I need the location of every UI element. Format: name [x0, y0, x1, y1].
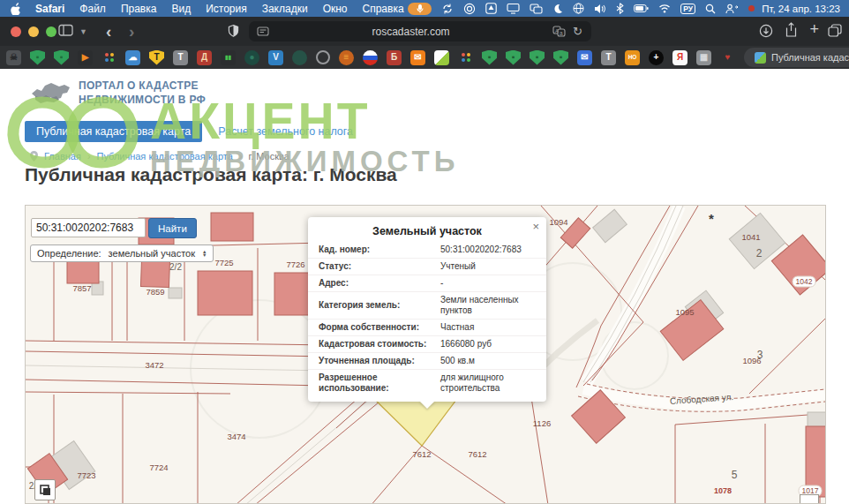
bookmark-mail-orange-icon[interactable]: ✉ — [410, 50, 425, 65]
active-tab-pill[interactable]: Публичная кадастр... — [744, 48, 849, 67]
close-window-button[interactable] — [11, 26, 21, 37]
dictation-mic-icon[interactable] — [408, 3, 432, 15]
back-button[interactable]: ‹ — [106, 17, 111, 46]
screen-mirroring-icon[interactable] — [530, 2, 543, 16]
forward-button[interactable]: › — [129, 17, 134, 46]
bookmark-red-tile-2-icon[interactable]: Б — [387, 50, 402, 65]
field-label: Адрес: — [319, 278, 432, 289]
minimize-window-button[interactable] — [28, 26, 39, 37]
breadcrumb-link-1[interactable]: Публичная кадастровая карта — [97, 151, 233, 162]
menu-item-вид[interactable]: Вид — [171, 3, 191, 15]
bookmark-blue-v-icon[interactable]: V — [268, 50, 283, 65]
menu-bar-clock[interactable]: Пт, 24 апр. 13:23 — [762, 4, 849, 14]
user-switch-icon[interactable] — [725, 2, 739, 16]
bookmark-shield-outline-1-icon[interactable]: ▪ — [482, 50, 497, 65]
spotlight-search-icon[interactable] — [705, 2, 716, 16]
bookmark-target-black-icon[interactable]: + — [649, 50, 664, 65]
bookmark-shield-yellow-t-icon[interactable]: T — [149, 50, 164, 65]
menu-bar-items: SafariФайлПравкаВидИсторияЗакладкиОкноСп… — [35, 3, 404, 15]
bookmark-teal-oval-1-icon[interactable]: ● — [244, 50, 259, 65]
bookmark-shield-outline-2-icon[interactable]: ▪ — [506, 50, 521, 65]
bookmark-cloud-blue-icon[interactable]: ☁ — [125, 50, 140, 65]
menu-item-файл[interactable]: Файл — [79, 3, 106, 15]
notification-dot-icon[interactable] — [748, 2, 755, 16]
bookmark-flag-ru-icon[interactable] — [363, 50, 378, 65]
privacy-shield-icon[interactable] — [228, 24, 239, 38]
menu-item-окно[interactable]: Окно — [323, 3, 348, 15]
bookmark-arrow-orange-icon[interactable]: ▶ — [78, 50, 93, 65]
close-icon[interactable]: × — [532, 220, 539, 233]
popup-field-row: Разрешенное использование:для жилищного … — [308, 369, 546, 396]
chevron-down-icon[interactable]: ▼ — [79, 27, 87, 36]
downloads-icon[interactable] — [759, 24, 773, 38]
address-bar[interactable]: roscadaster.com aA ↻ — [249, 21, 591, 41]
url-text[interactable]: roscadaster.com — [269, 26, 552, 38]
menu-item-история[interactable]: История — [206, 3, 247, 15]
zoom-window-button[interactable] — [46, 26, 56, 37]
safari-toolbar: ▼ ‹ › roscadaster.com aA ↻ + — [0, 17, 849, 47]
map-label: 7612 — [412, 449, 431, 459]
new-tab-icon[interactable]: + — [809, 20, 819, 39]
apple-menu-icon[interactable] — [11, 3, 21, 15]
object-type-select[interactable]: Определение: земельный участок ▲▼ — [30, 244, 214, 262]
bookmark-grey-t-icon[interactable]: T — [173, 50, 188, 65]
bookmark-grey-ring-icon[interactable] — [316, 50, 330, 64]
menu-item-safari[interactable]: Safari — [35, 3, 64, 15]
tab-land-tax-calc[interactable]: Расчет земельного налога — [202, 121, 369, 142]
knot-icon[interactable] — [463, 2, 476, 16]
bookmark-ho-orange-icon[interactable]: НО — [625, 50, 640, 65]
bookmark-google-dots-icon[interactable] — [101, 50, 116, 65]
map-label: 2 — [756, 247, 763, 260]
sidebar-icon[interactable] — [58, 24, 74, 37]
bookmark-shield-outline-3-icon[interactable]: ▪ — [530, 50, 545, 65]
volume-icon[interactable] — [594, 2, 606, 16]
cadastral-number-input[interactable] — [31, 218, 146, 237]
page-title: Публичная кадастровая карта: г. Москва — [25, 164, 397, 185]
popup-title: Земельный участок — [308, 217, 546, 242]
bookmark-shield-green-2-icon[interactable]: ▪ — [54, 50, 69, 65]
display-icon[interactable] — [507, 2, 520, 16]
reload-icon[interactable]: ↻ — [573, 25, 582, 38]
bookmark-dots-cluster-icon[interactable] — [458, 50, 473, 65]
bookmark-skull-icon[interactable]: ☠ — [6, 50, 21, 65]
sync-icon[interactable] — [441, 2, 454, 16]
bookmark-heart-red-icon[interactable]: ♥ — [720, 50, 735, 65]
moon-focus-icon[interactable] — [552, 2, 563, 16]
bookmark-grey-t-2-icon[interactable]: T — [601, 50, 616, 65]
app-box-icon[interactable] — [485, 2, 497, 16]
bookmark-shield-green-1-icon[interactable]: ▪ — [30, 50, 45, 65]
map-layers-button[interactable] — [34, 479, 56, 500]
share-icon[interactable] — [785, 22, 798, 38]
wifi-icon[interactable] — [658, 2, 671, 16]
input-source-icon[interactable]: РУ — [680, 2, 695, 16]
bookmark-shield-outline-4-icon[interactable]: ▪ — [553, 50, 568, 65]
bookmark-grey-grid-icon[interactable]: ▦ — [696, 50, 711, 65]
bookmark-mail-blue-icon[interactable]: ✉ — [577, 50, 592, 65]
field-value: Учтеный — [432, 261, 476, 272]
translate-icon[interactable]: aA — [552, 26, 566, 37]
tab-overview-button[interactable] — [828, 24, 842, 37]
tab-favicon — [755, 52, 766, 64]
bookmark-green-bars-icon[interactable]: ▮▮ — [221, 50, 236, 65]
map-label: 1126 — [533, 418, 551, 428]
map-zoom-button[interactable] — [800, 494, 819, 504]
battery-icon[interactable] — [634, 2, 649, 16]
bookmark-teal-oval-2-icon[interactable] — [292, 50, 307, 65]
tab-overview-icon[interactable] — [257, 26, 269, 37]
bookmark-red-tile-icon[interactable]: Д — [197, 50, 212, 65]
hotspot-icon[interactable] — [573, 2, 584, 16]
map-label: 7859 — [146, 287, 164, 297]
cadastral-map[interactable]: 772577262/278577859347234747723772476837… — [25, 205, 826, 504]
find-button[interactable]: Найти — [148, 218, 197, 238]
menu-item-правка[interactable]: Правка — [121, 3, 157, 15]
breadcrumb-link-0[interactable]: Главная — [44, 151, 81, 162]
bluetooth-icon[interactable] — [616, 2, 624, 16]
tab-public-cadastral-map[interactable]: Публичная кадастровая карта — [25, 121, 202, 142]
bookmark-orange-stripes-icon[interactable]: ≡ — [339, 50, 354, 65]
site-header: ПОРТАЛ О КАДАСТРЕ НЕДВИЖИМОСТИ В РФ — [30, 79, 206, 107]
bookmark-ya-red-icon[interactable]: Я — [672, 50, 687, 65]
menu-item-справка[interactable]: Справка — [363, 3, 404, 15]
menu-item-закладки[interactable]: Закладки — [262, 3, 308, 15]
bookmark-diag-green-icon[interactable] — [434, 50, 449, 65]
breadcrumb-separator: › — [87, 151, 91, 162]
